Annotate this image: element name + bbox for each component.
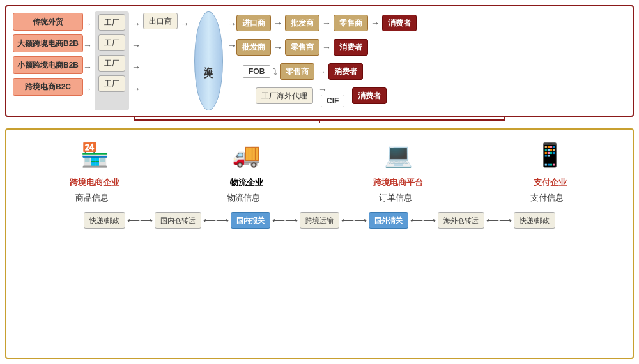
factory-1: 工厂 <box>98 34 125 51</box>
icon-item-0: 🏪 跨境电商企业 <box>70 136 119 188</box>
overseas-agent: 工厂海外代理 <box>256 87 313 104</box>
payment-label: 支付企业 <box>534 177 567 188</box>
arrow-2: → <box>83 58 92 76</box>
factory-arrows: → → → → <box>132 11 141 110</box>
wholesaler-1: 批发商 <box>236 39 271 56</box>
main-container: 传统外贸 大额跨境电商B2B 小额跨境电商B2B 跨境电商B2C → → → →… <box>0 0 639 364</box>
factory-0: 工厂 <box>98 14 125 31</box>
customs-right-arrows: → → <box>227 11 236 110</box>
retailer-0: 零售商 <box>334 15 368 31</box>
farrow-1: → <box>132 36 141 54</box>
top-layout: 传统外贸 大额跨境电商B2B 小额跨境电商B2B 跨境电商B2C → → → →… <box>13 11 626 110</box>
icon-item-3: 📱 支付企业 <box>531 136 569 188</box>
arrow-agent-con: → <box>318 84 327 95</box>
exporter-0: 出口商 <box>143 13 178 29</box>
ecarrow-spacer3 <box>180 80 189 98</box>
ecarrow-0: → <box>180 15 189 33</box>
factory-3: 工厂 <box>98 75 125 92</box>
icon-item-1: 🚚 物流企业 <box>227 136 266 188</box>
log-arrow-5: ⟵⟶ <box>486 215 512 225</box>
arrow-ret2-con2: → <box>317 66 326 77</box>
row-right-3: 工厂海外代理 → CIF 消费者 <box>236 86 626 106</box>
info-text-2: 订单信息 <box>357 192 434 204</box>
crarrow-0: → <box>227 15 236 33</box>
label-to-factory-arrows: → → → → <box>83 11 92 110</box>
info-text-1: 物流信息 <box>205 192 282 204</box>
payment-icon: 📱 <box>531 136 569 174</box>
consumer-0: 消费者 <box>382 15 417 31</box>
logistics-1: 国内仓转运 <box>155 212 201 229</box>
wholesaler-0: 批发商 <box>285 15 320 31</box>
info-text-0: 商品信息 <box>54 192 130 204</box>
logistics-3: 跨境运输 <box>300 212 339 229</box>
fob-label: FOB <box>243 65 270 78</box>
cif-label: CIF <box>321 95 344 107</box>
factory-col: 工厂 工厂 工厂 工厂 <box>95 11 129 110</box>
arrow-ret-con: → <box>371 18 380 28</box>
logistics-label: 物流企业 <box>230 177 263 188</box>
farrow-0: → <box>132 15 141 33</box>
platform-label: 跨境电商平台 <box>373 177 423 188</box>
ecommerce-label: 跨境电商企业 <box>70 177 119 188</box>
exporter-spacer-3 <box>143 77 178 95</box>
arrow-1: → <box>83 36 92 54</box>
cif-section: → CIF <box>318 84 344 107</box>
logistics-4: 国外清关 <box>369 212 408 229</box>
farrow-2: → <box>132 58 141 76</box>
log-arrow-1: ⟵⟶ <box>203 215 229 225</box>
logistics-5: 海外仓转运 <box>438 212 484 229</box>
crarrow-1: → <box>227 36 236 54</box>
farrow-3: → <box>132 80 141 98</box>
icons-row: 🏪 跨境电商企业 🚚 物流企业 💻 跨境电商平台 📱 支付企业 <box>16 136 623 188</box>
row-right-1: 批发商 → 零售商 → 消费者 <box>236 37 626 57</box>
arrow-fob: ⤵ <box>273 66 277 77</box>
arrow-3: → <box>83 80 92 98</box>
customs-label: 海关 <box>203 60 214 63</box>
ecommerce-icon: 🏪 <box>75 136 114 174</box>
arrow-0: → <box>83 15 92 33</box>
log-arrow-2: ⟵⟶ <box>272 215 298 225</box>
factory-2: 工厂 <box>98 55 125 72</box>
left-labels: 传统外贸 大额跨境电商B2B 小额跨境电商B2B 跨境电商B2C <box>13 11 83 110</box>
row-label-1: 大额跨境电商B2B <box>13 34 83 52</box>
customs-col: 海关 <box>189 11 227 110</box>
exporter-spacer-2 <box>143 55 178 73</box>
logistics-icon: 🚚 <box>227 136 266 174</box>
logistics-2: 国内报关 <box>231 212 270 229</box>
log-arrow-0: ⟵⟶ <box>127 215 153 225</box>
retailer-1: 零售商 <box>285 39 320 56</box>
arrow-imp-bat: → <box>273 18 282 28</box>
row-right-0: 进口商 → 批发商 → 零售商 → 消费者 <box>236 13 626 33</box>
consumer-3: 消费者 <box>352 87 387 104</box>
crarrow-spacer <box>227 58 236 76</box>
crarrow-spacer2 <box>227 80 236 98</box>
info-text-3: 支付信息 <box>509 192 585 204</box>
bottom-section: 🏪 跨境电商企业 🚚 物流企业 💻 跨境电商平台 📱 支付企业 商品信息 物流信… <box>5 128 634 359</box>
arrow-ret1-con1: → <box>322 42 331 52</box>
info-row: 商品信息 物流信息 订单信息 支付信息 <box>16 192 623 204</box>
exp-to-customs-arrows: → <box>180 11 189 110</box>
row-label-3: 跨境电商B2C <box>13 78 83 96</box>
retailer-2: 零售商 <box>280 63 314 80</box>
customs-oval: 海关 <box>194 11 223 110</box>
log-arrow-4: ⟵⟶ <box>410 215 436 225</box>
top-section: 传统外贸 大额跨境电商B2B 小额跨境电商B2B 跨境电商B2C → → → →… <box>5 5 634 117</box>
arrow-bat-ret: → <box>322 18 331 28</box>
consumer-1: 消费者 <box>334 39 368 56</box>
row-label-2: 小额跨境电商B2B <box>13 56 83 74</box>
ecarrow-spacer <box>180 36 189 54</box>
connector-line <box>5 117 634 123</box>
importer: 进口商 <box>236 15 271 31</box>
divider <box>16 208 623 208</box>
logistics-6: 快递\邮政 <box>514 212 555 229</box>
exporter-col: 出口商 <box>143 11 178 110</box>
ecarrow-spacer2 <box>180 58 189 76</box>
row-label-0: 传统外贸 <box>13 13 83 31</box>
row-right-2: FOB ⤵ 零售商 → 消费者 <box>236 61 626 82</box>
icon-item-2: 💻 跨境电商平台 <box>373 136 423 188</box>
logistics-row: 快递\邮政 ⟵⟶ 国内仓转运 ⟵⟶ 国内报关 ⟵⟶ 跨境运输 ⟵⟶ 国外清关 ⟵… <box>16 212 623 229</box>
right-after-customs: 进口商 → 批发商 → 零售商 → 消费者 批发商 → 零售商 → 消费者 <box>236 11 626 110</box>
consumer-2: 消费者 <box>328 63 363 80</box>
platform-icon: 💻 <box>379 136 417 174</box>
exporter-spacer-1 <box>143 33 178 51</box>
